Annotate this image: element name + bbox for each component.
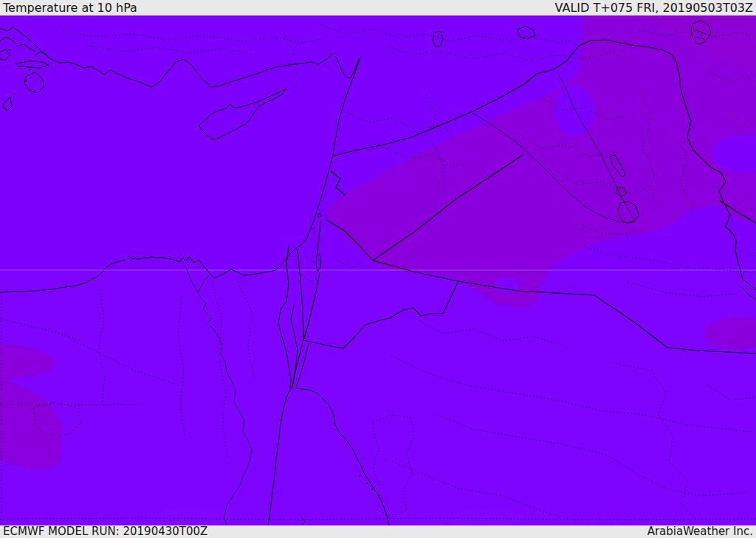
temperature-field (0, 15, 756, 525)
model-run-label: ECMWF MODEL RUN: 20190430T00Z (3, 525, 207, 538)
footer-bar: ECMWF MODEL RUN: 20190430T00Z ArabiaWeat… (0, 525, 756, 538)
map-title: Temperature at 10 hPa (3, 0, 137, 15)
contour-cool-hole-se-turkey (554, 85, 595, 137)
valid-time-label: VALID T+075 FRI, 20190503T03Z (555, 0, 753, 15)
brand-label: ArabiaWeather Inc. (647, 525, 753, 538)
title-bar: Temperature at 10 hPa VALID T+075 FRI, 2… (0, 0, 756, 15)
field-lower-band (0, 270, 756, 525)
temperature-map-svg (0, 15, 756, 525)
weather-map (0, 15, 756, 525)
